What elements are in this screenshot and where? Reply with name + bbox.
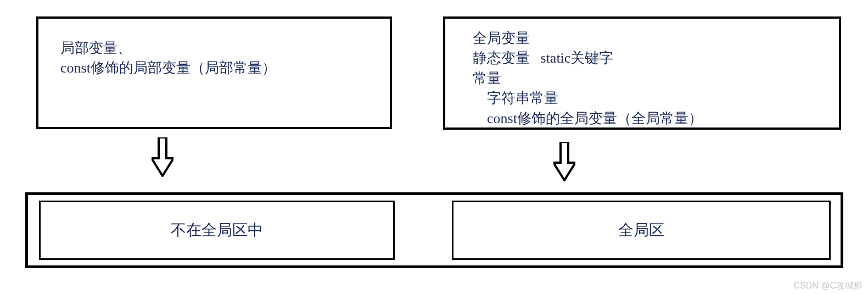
watermark: CSDN @C攻城狮 [793,280,863,292]
global-region-box: 全局区 [452,201,831,260]
text-line: 静态变量 static关键字 [473,48,811,68]
local-variables-box: 局部变量、 const修饰的局部变量（局部常量） [36,16,392,129]
down-arrow-icon [152,137,173,177]
text-line: 全局变量 [473,29,811,48]
text-line: const修饰的全局变量（全局常量） [473,109,811,129]
global-variables-box: 全局变量 静态变量 static关键字 常量 字符串常量 const修饰的全局变… [443,16,841,130]
down-arrow-icon [553,142,575,181]
not-global-region-box: 不在全局区中 [39,201,395,260]
memory-region-container: 不在全局区中 全局区 [25,192,843,268]
region-label: 全局区 [618,220,664,241]
region-label: 不在全局区中 [171,220,263,241]
text-line: 常量 [473,69,811,88]
text-line: const修饰的局部变量（局部常量） [60,58,368,78]
text-line: 字符串常量 [473,88,811,108]
text-line: 局部变量、 [60,38,368,58]
